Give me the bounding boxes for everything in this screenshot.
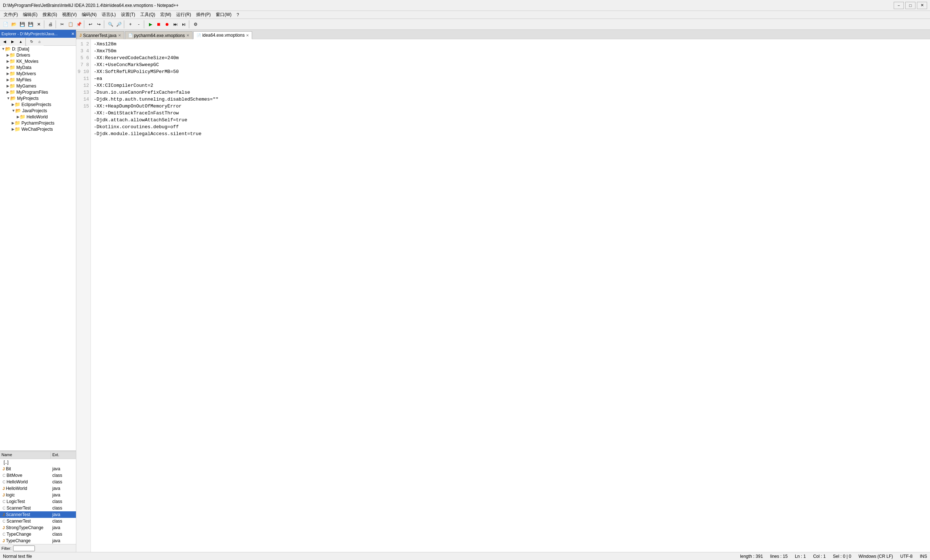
tree-item[interactable]: ▼ 📂MyProjects [0,95,76,102]
explorer-close-icon[interactable]: ✕ [71,32,74,36]
explorer-forward-button[interactable]: ▶ [9,38,17,46]
menu-item-p[interactable]: 插件(P) [194,11,213,18]
file-list-item[interactable]: CScannerTestclass [0,505,76,511]
tree-item[interactable]: ▶ 📁HelloWorld [0,114,76,120]
run-button[interactable]: ▶ [146,20,154,28]
editor-tab-0[interactable]: JScannerTest.java✕ [76,31,124,39]
menu-item-t[interactable]: 设置(T) [119,11,137,18]
file-list-item[interactable]: JHelloWorldjava [0,485,76,492]
minimize-button[interactable]: − [894,2,904,9]
redo-button[interactable]: ↪ [95,20,103,28]
tree-item[interactable]: ▶ 📁PycharmProjects [0,120,76,126]
explorer-home-button[interactable]: ⌂ [35,38,44,46]
tree-item-label: JavaProjects [22,108,47,113]
file-icon: 📄 [197,34,201,37]
tree-item-label: MyProjects [17,96,38,101]
title-buttons: − □ ✕ [894,2,927,9]
menu-item-[interactable]: ? [234,12,241,18]
tree-item-label: MyProgramFiles [16,90,48,95]
explorer-back-button[interactable]: ◀ [1,38,9,46]
tree-item-label: MyGames [16,83,36,89]
find-button[interactable]: 🔍 [106,20,114,28]
replace-button[interactable]: 🔎 [115,20,123,28]
toolbar-separator-1 [44,20,45,28]
menu-item-e[interactable]: 编辑(E) [21,11,40,18]
tree-item-label: EclipseProjects [22,102,51,107]
print-button[interactable]: 🖨 [46,20,54,28]
tree-item[interactable]: ▶ 📁MyDrivers [0,71,76,77]
paste-button[interactable]: 📌 [75,20,83,28]
copy-button[interactable]: 📋 [66,20,74,28]
tree-item[interactable]: ▶ 📁MyFiles [0,77,76,83]
file-list: [..]JBitjavaCBitMoveclassCHelloWorldclas… [0,459,76,544]
save-all-button[interactable]: 💾 [26,20,34,28]
zoom-in-button[interactable]: + [126,20,134,28]
file-list-item[interactable]: CLogicTestclass [0,498,76,505]
toolbar-separator-4 [104,20,105,28]
tree-item[interactable]: ▶ 📁MyProgramFiles [0,89,76,95]
status-left: Normal text file [3,554,32,559]
stop-button[interactable]: ⏹ [155,20,163,28]
menu-item-n[interactable]: 编码(N) [80,11,99,18]
filter-input[interactable] [13,546,35,551]
tree-item[interactable]: ▶ 📁KK_Movies [0,58,76,64]
file-list-item[interactable]: CBitMoveclass [0,472,76,478]
tree-item[interactable]: ▼ 📂D: [Data] [0,46,76,52]
file-list-item[interactable]: JScannerTestjava [0,511,76,518]
menu-item-r[interactable]: 运行(R) [174,11,193,18]
explorer-up-button[interactable]: ▲ [17,38,25,46]
tree-item-label: KK_Movies [16,59,38,64]
file-list-header: Name Ext. [0,452,76,459]
new-file-button[interactable]: 📄 [2,20,9,28]
save-button[interactable]: 💾 [18,20,26,28]
explorer-refresh-button[interactable]: ↻ [28,38,35,46]
tab-close-button[interactable]: ✕ [246,34,249,37]
file-list-item[interactable]: CTypeChangeclass [0,531,76,537]
macro-button[interactable]: ⏭ [171,20,179,28]
tree-item[interactable]: ▶ 📁MyData [0,64,76,71]
tab-close-button[interactable]: ✕ [118,34,121,37]
toolbar-separator-3 [84,20,85,28]
file-list-item[interactable]: CScannerTestclass [0,518,76,525]
tree-item-label: MyDrivers [16,71,36,76]
explorer-toolbar: ◀ ▶ ▲ ↻ ⌂ [0,38,76,46]
record-button[interactable]: ⏺ [163,20,171,28]
editor-tab-2[interactable]: 📄idea64.exe.vmoptions✕ [193,31,253,39]
tree-item[interactable]: ▶ 📁MyGames [0,83,76,89]
file-list-item[interactable]: JTypeChangejava [0,537,76,544]
tree-item[interactable]: ▼ 📂JavaProjects [0,108,76,114]
explorer-title: Explorer - D:\MyProjects\Java... [2,32,58,36]
tab-close-button[interactable]: ✕ [186,34,189,37]
menu-item-q[interactable]: 工具(Q) [138,11,157,18]
menu-item-w[interactable]: 窗口(W) [214,11,234,18]
editor-tab-1[interactable]: 📄pycharm64.exe.vmoptions✕ [125,31,192,39]
file-list-item[interactable]: Jlogicjava [0,492,76,498]
tree-item-label: MyFiles [16,77,31,82]
file-list-item[interactable]: JBitjava [0,466,76,472]
menu-item-m[interactable]: 宏(M) [158,11,173,18]
close-button[interactable]: ✕ [917,2,927,9]
menu-item-f[interactable]: 文件(F) [2,11,20,18]
tree-item[interactable]: ▶ 📁Drivers [0,52,76,58]
zoom-out-button[interactable]: - [135,20,143,28]
open-file-button[interactable]: 📂 [10,20,18,28]
undo-button[interactable]: ↩ [86,20,94,28]
editor-content[interactable]: -Xms128m -Xmx750m -XX:ReservedCodeCacheS… [91,39,930,552]
tree-item-label: Drivers [16,53,30,58]
settings-button[interactable]: ⚙ [191,20,199,28]
play-button[interactable]: ⏯ [180,20,188,28]
maximize-button[interactable]: □ [905,2,916,9]
menu-item-s[interactable]: 搜索(S) [40,11,59,18]
file-list-item[interactable]: [..] [0,459,76,466]
toolbar-separator-7 [189,20,190,28]
file-list-item[interactable]: JStrongTypeChangejava [0,525,76,531]
tree-item[interactable]: ▶ 📁WeChatProjects [0,126,76,132]
status-lines: lines : 15 [770,554,788,559]
title-bar: D:\MyProgramFiles\JetBrains\IntelliJ IDE… [0,0,930,11]
close-button[interactable]: ✕ [35,20,43,28]
menu-item-l[interactable]: 语言(L) [100,11,118,18]
file-list-item[interactable]: CHelloWorldclass [0,478,76,485]
menu-item-v[interactable]: 视图(V) [60,11,79,18]
tree-item[interactable]: ▶ 📁EclipseProjects [0,102,76,108]
cut-button[interactable]: ✂ [58,20,66,28]
